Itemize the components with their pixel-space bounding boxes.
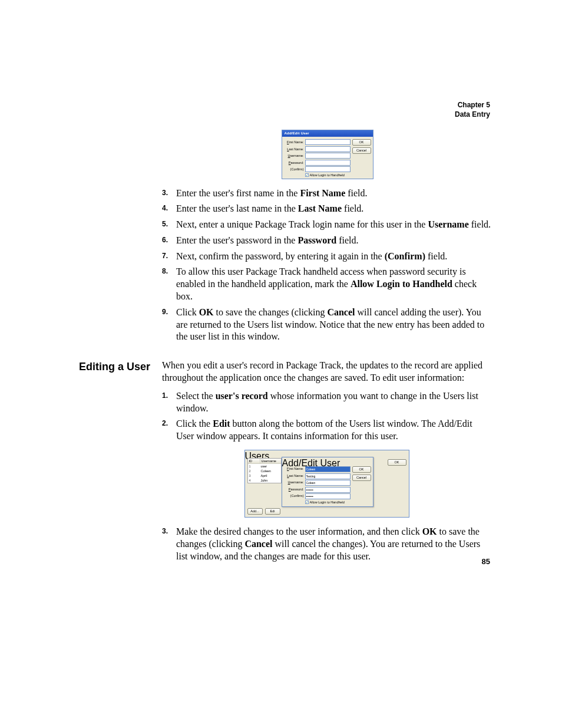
password-field[interactable]	[305, 160, 351, 166]
users-list-table: ID Username 1user 2Coleen 3April 4John	[247, 458, 282, 483]
allow-login-label: Allow Login to Handheld	[310, 500, 345, 505]
step-b3: 3.Make the desired changes to the user i…	[162, 526, 491, 562]
step-b2: 2.Click the Edit button along the bottom…	[162, 418, 491, 443]
step-7: 7.Next, confirm the password, by enterin…	[162, 251, 491, 263]
steps-list-b2: 3.Make the desired changes to the user i…	[162, 526, 491, 562]
add-edit-user-dialog-filled: Add/Edit User First Name: Coleen Last Na…	[282, 457, 373, 507]
username-label: Username:	[285, 480, 304, 485]
allow-login-label: Allow Login to Handheld	[310, 173, 345, 177]
nested-dialog-titlebar: Add/Edit User	[282, 457, 373, 464]
step-5: 5.Next, enter a unique Package Track log…	[162, 219, 491, 231]
cancel-button[interactable]: Cancel	[352, 475, 371, 481]
step-9: 9.Click OK to save the changes (clicking…	[162, 307, 491, 343]
col-username[interactable]: Username	[260, 459, 281, 463]
password-label: Password:	[285, 161, 304, 164]
add-edit-user-dialog-empty: Add/Edit User First Name: Last Name:	[282, 130, 372, 179]
ok-button[interactable]: OK	[352, 139, 371, 146]
step-3: 3.Enter the user's first name in the Fir…	[162, 187, 491, 200]
col-id[interactable]: ID	[248, 459, 260, 463]
ok-button[interactable]: OK	[352, 466, 371, 473]
first-name-field[interactable]	[305, 139, 351, 145]
last-name-field[interactable]: Testing	[305, 473, 351, 479]
step-4: 4.Enter the user's last name in the Last…	[162, 203, 491, 215]
first-name-label: First Name:	[285, 140, 304, 144]
page-header: Chapter 5 Data Entry	[455, 100, 490, 119]
page-number: 85	[482, 557, 490, 566]
step-8: 8.To allow this user Package Track handh…	[162, 266, 491, 302]
password-label: Password:	[285, 487, 304, 492]
first-name-label: First Name:	[285, 467, 304, 471]
step-6: 6.Enter the user's password in the Passw…	[162, 235, 491, 247]
section-label: Data Entry	[455, 110, 490, 119]
username-field[interactable]	[305, 153, 351, 159]
last-name-label: Last Name:	[285, 474, 304, 478]
table-row[interactable]: 4John	[248, 478, 281, 483]
steps-list-a: 3.Enter the user's first name in the Fir…	[162, 187, 491, 344]
confirm-field[interactable]: •••••••	[305, 493, 351, 499]
steps-list-b: 1.Select the user's record whose informa…	[162, 390, 491, 443]
dialog-titlebar: Add/Edit User	[282, 130, 373, 137]
step-b1: 1.Select the user's record whose informa…	[162, 390, 491, 415]
confirm-label: (Confirm)	[285, 167, 304, 171]
cancel-button[interactable]: Cancel	[352, 147, 371, 154]
users-dialog-titlebar: Users	[245, 450, 409, 457]
last-name-field[interactable]	[305, 146, 351, 152]
editing-user-intro: When you edit a user's record in Package…	[162, 360, 491, 384]
users-ok-button[interactable]: OK	[388, 459, 406, 466]
last-name-label: Last Name:	[285, 147, 304, 151]
first-name-field[interactable]: Coleen	[305, 466, 351, 472]
allow-login-checkbox[interactable]: ✓	[305, 500, 309, 504]
table-row[interactable]: 3April	[248, 473, 281, 478]
username-label: Username:	[285, 154, 304, 157]
table-row[interactable]: 1user	[248, 464, 281, 469]
chapter-label: Chapter 5	[455, 100, 490, 110]
allow-login-checkbox[interactable]: ✓	[305, 173, 309, 177]
username-field[interactable]: Coleen	[305, 480, 351, 486]
table-row[interactable]: 2Coleen	[248, 469, 281, 473]
confirm-label: (Confirm)	[285, 494, 304, 498]
edit-button[interactable]: Edi	[265, 508, 280, 515]
add-button[interactable]: Add...	[247, 508, 263, 515]
users-with-nested-dialog: Users ID Username 1user 2Coleen 3April 4…	[244, 450, 409, 518]
password-field[interactable]: •••••••	[305, 487, 351, 493]
editing-user-heading: Editing a User	[71, 360, 150, 566]
confirm-field[interactable]	[305, 166, 351, 172]
